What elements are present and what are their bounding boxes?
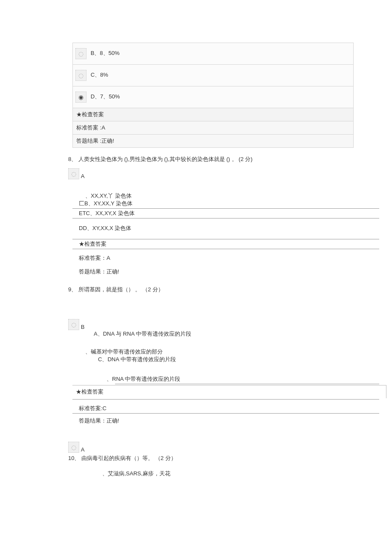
- q7-options-table: B、8、50% C、8% D、7、50% ★检查答案 标准答案 :A 答题结果 …: [72, 43, 354, 148]
- q10-radio-label: A: [81, 446, 85, 453]
- q7-option-b-row[interactable]: B、8、50%: [73, 43, 354, 65]
- q9-result: 答题结果：正确!: [79, 417, 337, 425]
- q8-number: 8、: [68, 156, 77, 162]
- q8-option-d: DD、XY,XX,X 染色体: [79, 224, 337, 232]
- q7-result-row: 答题结果 :正确!: [73, 135, 354, 148]
- q9-option-b: 、碱基对中带有遗传效应的部分: [85, 348, 337, 356]
- q8-option-c: ETC、XX,XY,X 染色体: [79, 210, 337, 217]
- q7-option-c-label: C、8%: [91, 72, 108, 78]
- q9-std: 标准答案:C: [79, 405, 337, 412]
- separator-line: [72, 239, 379, 239]
- q8-option-a: 、XX,XY,丫 染色体: [85, 192, 337, 200]
- q7-std-label: 标准答案 :A: [73, 121, 354, 135]
- q7-option-d-label: D、7、50%: [91, 93, 120, 100]
- q9-radio-label: B: [81, 324, 85, 330]
- q9-text: 所谓基因，就是指（） 。 （2 分）: [78, 286, 164, 293]
- q9-number: 9、: [68, 286, 77, 293]
- separator-line: [72, 208, 379, 209]
- separator-line: [115, 384, 379, 384]
- q10-number: 10、: [68, 455, 80, 461]
- q7-option-d-row[interactable]: D、7、50%: [73, 86, 354, 108]
- q8-check: ★检查答案: [79, 240, 337, 248]
- q7-standard-answer-row: 标准答案 :A: [73, 121, 354, 135]
- q8-option-b: 匚B、XY,XX,Y 染色体: [79, 200, 337, 207]
- separator-line: [72, 399, 379, 400]
- q9-option-a: A、DNA 与 RNA 中带有遗传效应的片段: [94, 330, 337, 338]
- q10-text: 由病毒引起的疾病有（）等。 （2 分）: [81, 455, 176, 461]
- q7-option-b-label: B、8、50%: [91, 50, 120, 56]
- radio-icon[interactable]: [75, 48, 86, 59]
- q10-option-a: 、艾滋病,SARS,麻疹，天花: [102, 470, 337, 477]
- radio-icon[interactable]: [68, 442, 79, 453]
- radio-icon[interactable]: [68, 319, 79, 330]
- radio-icon[interactable]: [68, 168, 79, 179]
- radio-icon[interactable]: [75, 70, 86, 81]
- q8-std: 标准答案：A: [79, 254, 337, 262]
- q8-radio-label: A: [81, 173, 85, 179]
- q8-stem: 8、 人类女性染色体为 (),男性染色体为 (),其中较长的染色体就是 () 。…: [68, 155, 337, 163]
- separator-line: [72, 413, 379, 414]
- q7-option-c-row[interactable]: C、8%: [73, 65, 354, 86]
- q7-check-answer-row: ★检查答案: [73, 108, 354, 121]
- q9-stem: 9、 所谓基因，就是指（） 。 （2 分）: [68, 286, 337, 293]
- q7-result-label: 答题结果 :正确!: [73, 135, 354, 148]
- separator-line: [72, 249, 379, 249]
- radio-selected-icon[interactable]: [75, 92, 86, 103]
- q9-check: ★检查答案: [72, 385, 386, 398]
- q9-option-c: C、DNA 中带有遗传效应的片段: [98, 356, 337, 363]
- q7-check-label: ★检查答案: [73, 108, 354, 121]
- q8-result: 答题结果：正确!: [79, 268, 337, 276]
- q9-option-d: 、RNA 中带有遗传效应的片段: [107, 375, 337, 383]
- separator-line: [72, 218, 379, 219]
- q8-text: 人类女性染色体为 (),男性染色体为 (),其中较长的染色体就是 () 。 (2…: [78, 156, 253, 162]
- q10-stem: 10、 由病毒引起的疾病有（）等。 （2 分）: [68, 454, 337, 462]
